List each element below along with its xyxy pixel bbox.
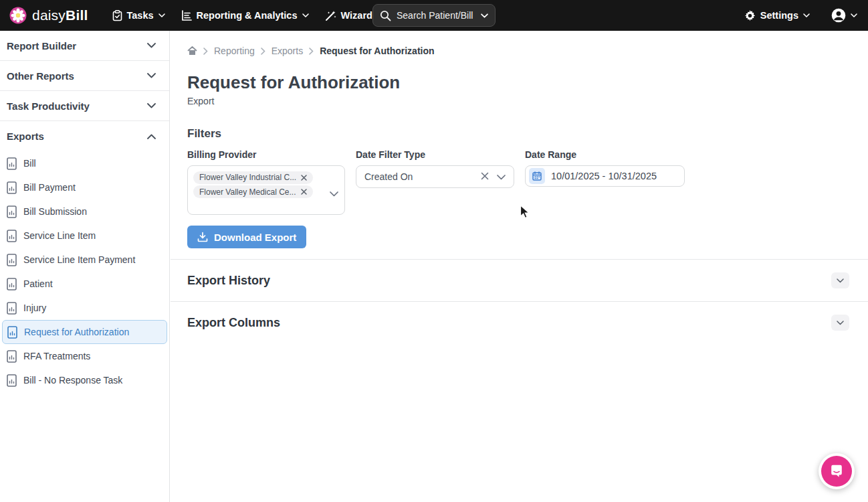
brand-logo[interactable]: daisyBill bbox=[9, 7, 88, 24]
document-chart-icon bbox=[7, 350, 17, 363]
billing-provider-label: Billing Provider bbox=[187, 149, 345, 160]
sidebar-item-bill-payment[interactable]: Bill Payment bbox=[0, 175, 169, 199]
sidebar-item-injury[interactable]: Injury bbox=[0, 296, 169, 320]
date-filter-type-filter: Date Filter Type Created On bbox=[356, 149, 514, 188]
breadcrumb-separator-icon bbox=[203, 48, 208, 55]
chevron-down-icon bbox=[302, 13, 309, 17]
download-icon bbox=[197, 232, 208, 242]
chevron-down-icon bbox=[158, 13, 165, 17]
chevron-down-icon bbox=[147, 73, 156, 78]
selected-provider-pill: Flower Valley Industrial C... bbox=[193, 171, 313, 184]
document-chart-icon bbox=[7, 278, 17, 290]
search-icon bbox=[380, 10, 391, 21]
chevron-down-icon bbox=[837, 278, 844, 283]
export-history-heading: Export History bbox=[187, 274, 270, 288]
clear-icon[interactable] bbox=[481, 171, 489, 183]
sidebar-item-bill-submission[interactable]: Bill Submission bbox=[0, 199, 169, 224]
export-columns-expand-button[interactable] bbox=[831, 315, 849, 331]
export-columns-section: Export Columns bbox=[171, 301, 868, 343]
document-chart-icon bbox=[7, 157, 17, 170]
date-filter-type-label: Date Filter Type bbox=[356, 149, 514, 160]
chevron-up-icon bbox=[147, 134, 156, 139]
sidebar-item-rfa-treatments[interactable]: RFA Treatments bbox=[0, 344, 169, 368]
chevron-down-icon bbox=[147, 103, 156, 108]
sidebar-section-other-reports[interactable]: Other Reports bbox=[0, 61, 169, 91]
main-content: Reporting Exports Request for Authorizat… bbox=[171, 31, 868, 502]
sidebar-item-service-line-item-payment[interactable]: Service Line Item Payment bbox=[0, 248, 169, 272]
filters-heading: Filters bbox=[171, 106, 868, 141]
sidebar: Report Builder Other Reports Task Produc… bbox=[0, 31, 170, 502]
clipboard-icon bbox=[112, 10, 122, 21]
chevron-down-icon bbox=[851, 13, 857, 17]
chevron-down-icon bbox=[837, 321, 844, 325]
chevron-down-icon[interactable] bbox=[497, 171, 506, 183]
gear-icon bbox=[744, 10, 756, 21]
menu-reporting-analytics[interactable]: Reporting & Analytics bbox=[173, 0, 317, 31]
chart-icon bbox=[181, 10, 192, 21]
chat-launcher-button[interactable] bbox=[819, 453, 855, 489]
date-range-input[interactable]: 10/01/2025 - 10/31/2025 bbox=[525, 165, 685, 187]
page-title: Request for Authorization bbox=[171, 56, 868, 93]
home-icon[interactable] bbox=[187, 46, 197, 56]
calendar-icon[interactable] bbox=[529, 168, 545, 184]
brand-name: daisyBill bbox=[32, 7, 88, 23]
export-history-expand-button[interactable] bbox=[831, 272, 849, 288]
remove-provider-icon[interactable] bbox=[301, 175, 307, 181]
selected-provider-pill: Flower Valley Medical Ce... bbox=[193, 185, 313, 198]
chevron-down-icon[interactable] bbox=[330, 187, 338, 199]
search-label: Search Patient/Bill bbox=[397, 10, 475, 21]
chevron-down-icon bbox=[481, 13, 488, 18]
breadcrumb-current: Request for Authorization bbox=[320, 46, 434, 56]
breadcrumb-separator-icon bbox=[261, 48, 265, 55]
wand-icon bbox=[325, 10, 336, 21]
sidebar-item-service-line-item[interactable]: Service Line Item bbox=[0, 224, 169, 248]
chat-bubble-icon bbox=[829, 464, 844, 479]
sidebar-item-request-for-authorization[interactable]: Request for Authorization bbox=[2, 320, 167, 344]
document-chart-icon bbox=[7, 181, 17, 194]
export-history-section: Export History bbox=[171, 259, 868, 301]
search-patient-bill[interactable]: Search Patient/Bill bbox=[372, 4, 496, 27]
date-filter-type-value: Created On bbox=[364, 171, 481, 182]
sidebar-item-bill-no-response-task[interactable]: Bill - No Response Task bbox=[0, 368, 169, 392]
date-range-value: 10/01/2025 - 10/31/2025 bbox=[551, 171, 657, 181]
user-account-menu[interactable] bbox=[830, 0, 859, 31]
document-chart-icon bbox=[7, 326, 17, 339]
date-range-filter: Date Range 10/01/2025 - 10/31/2025 bbox=[525, 149, 685, 187]
sidebar-item-patient[interactable]: Patient bbox=[0, 272, 169, 296]
document-chart-icon bbox=[7, 374, 17, 387]
document-chart-icon bbox=[7, 302, 17, 315]
chevron-down-icon bbox=[147, 43, 156, 48]
sidebar-item-bill[interactable]: Bill bbox=[0, 151, 169, 175]
menu-tasks[interactable]: Tasks bbox=[104, 0, 173, 31]
sidebar-section-report-builder[interactable]: Report Builder bbox=[0, 31, 169, 61]
billing-provider-filter: Billing Provider Flower Valley Industria… bbox=[187, 149, 345, 215]
billing-provider-multiselect[interactable]: Flower Valley Industrial C... Flower Val… bbox=[187, 165, 345, 215]
breadcrumb-separator-icon bbox=[309, 48, 314, 55]
daisy-logo-icon bbox=[9, 7, 27, 24]
breadcrumb-reporting[interactable]: Reporting bbox=[214, 46, 255, 56]
top-navbar: daisyBill Tasks Reporting & Analytics Wi… bbox=[0, 0, 868, 31]
download-export-button[interactable]: Download Export bbox=[187, 226, 306, 248]
menu-settings[interactable]: Settings bbox=[736, 0, 818, 31]
breadcrumb-exports[interactable]: Exports bbox=[272, 46, 303, 56]
document-chart-icon bbox=[7, 254, 17, 266]
breadcrumb: Reporting Exports Request for Authorizat… bbox=[171, 31, 868, 56]
document-chart-icon bbox=[7, 205, 17, 218]
user-avatar-icon bbox=[831, 8, 846, 23]
remove-provider-icon[interactable] bbox=[301, 189, 307, 195]
export-columns-heading: Export Columns bbox=[187, 316, 280, 330]
date-range-label: Date Range bbox=[525, 149, 685, 160]
chevron-down-icon bbox=[803, 13, 810, 17]
page-subtitle: Export bbox=[171, 93, 868, 106]
sidebar-section-exports[interactable]: Exports bbox=[0, 121, 169, 151]
sidebar-section-task-productivity[interactable]: Task Productivity bbox=[0, 91, 169, 121]
date-filter-type-select[interactable]: Created On bbox=[356, 165, 514, 188]
document-chart-icon bbox=[7, 230, 17, 242]
